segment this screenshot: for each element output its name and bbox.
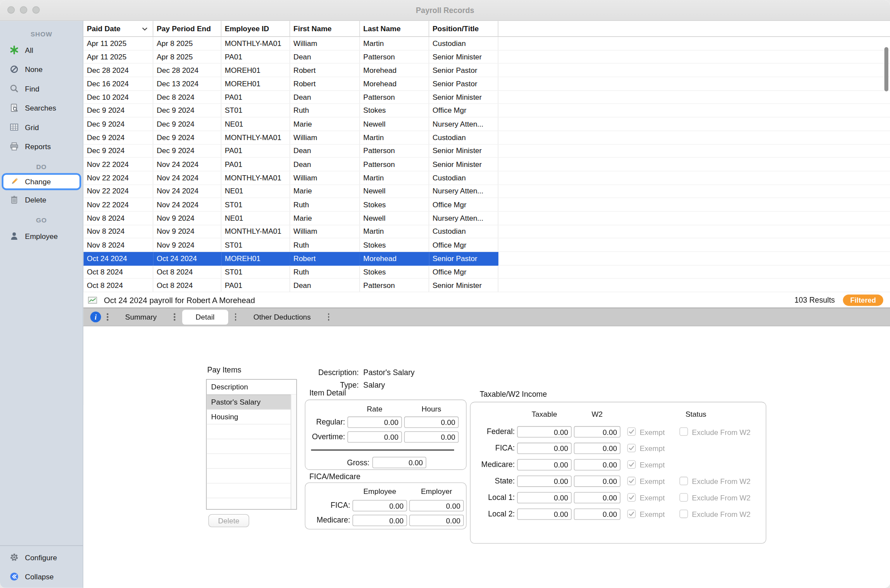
table-row[interactable]: Nov 22 2024Nov 24 2024PA01DeanPattersonS…: [83, 158, 890, 171]
local-2-exclude-from-w2-checkbox[interactable]: [680, 510, 688, 518]
state-taxable-input[interactable]: [517, 476, 572, 487]
table-cell: Dec 8 2024: [153, 91, 221, 104]
table-row[interactable]: Dec 9 2024Dec 9 2024MONTHLY-MA01WilliamM…: [83, 131, 890, 144]
zoom-button[interactable]: [33, 6, 40, 13]
table-cell: Martin: [360, 131, 429, 144]
pay-item-empty-row[interactable]: [206, 454, 296, 469]
medicare-w2-input[interactable]: [574, 459, 620, 470]
medicare-exempt-checkbox[interactable]: [627, 460, 636, 469]
drag-handle-icon[interactable]: [174, 314, 175, 320]
table-row[interactable]: Oct 24 2024Oct 24 2024MOREH01RobertMoreh…: [83, 252, 890, 265]
medicare-employer-input[interactable]: [409, 515, 464, 526]
table-row[interactable]: Dec 9 2024Dec 9 2024PA01DeanPattersonSen…: [83, 144, 890, 158]
medicare-tax-label: Medicare:: [471, 460, 515, 469]
table-row[interactable]: Nov 8 2024Nov 9 2024MONTHLY-MA01WilliamM…: [83, 225, 890, 238]
local-2-exempt-checkbox[interactable]: [627, 510, 636, 518]
local-1-exempt-checkbox[interactable]: [627, 493, 636, 502]
pay-item-empty-row[interactable]: [206, 439, 296, 454]
sidebar-item-configure[interactable]: Configure: [0, 548, 83, 567]
info-icon[interactable]: i: [90, 312, 101, 323]
table-cell: PA01: [221, 50, 290, 64]
local-2-taxable-input[interactable]: [517, 509, 572, 520]
drag-handle-icon[interactable]: [328, 314, 329, 320]
table-row[interactable]: Dec 16 2024Dec 13 2024MOREH01RobertMoreh…: [83, 77, 890, 91]
table-row[interactable]: Oct 8 2024Oct 8 2024PA01DeanPattersonSen…: [83, 279, 890, 292]
table-row[interactable]: Nov 22 2024Nov 24 2024MONTHLY-MA01Willia…: [83, 171, 890, 185]
pay-item-empty-row[interactable]: [206, 469, 296, 483]
sidebar-item-all[interactable]: All: [0, 40, 83, 59]
local-1-w2-input[interactable]: [574, 492, 620, 503]
table-row[interactable]: Oct 8 2024Oct 8 2024ST01RuthStokesOffice…: [83, 265, 890, 279]
drag-handle-icon[interactable]: [235, 314, 236, 320]
column-header-position-title[interactable]: Position/Title: [429, 21, 498, 36]
table-row[interactable]: Apr 11 2025Apr 8 2025PA01DeanPattersonSe…: [83, 50, 890, 64]
tab-other-deductions[interactable]: Other Deductions: [242, 308, 322, 326]
federal-taxable-input[interactable]: [517, 426, 572, 438]
sidebar-item-none[interactable]: None: [0, 59, 83, 78]
column-header-pay-period-end[interactable]: Pay Period End: [153, 21, 221, 36]
table-scrollbar[interactable]: [884, 47, 888, 91]
sidebar-item-reports[interactable]: Reports: [0, 137, 83, 156]
local-1-taxable-input[interactable]: [517, 492, 572, 503]
medicare-taxable-input[interactable]: [517, 459, 572, 470]
table-cell: MONTHLY-MA01: [221, 37, 290, 50]
medicare-employee-input[interactable]: [353, 515, 407, 526]
local-1-exclude-from-w2-checkbox[interactable]: [680, 493, 688, 502]
sidebar-item-change[interactable]: Change: [2, 173, 81, 190]
column-header-last-name[interactable]: Last Name: [360, 21, 429, 36]
item-detail-title: Item Detail: [309, 389, 346, 398]
table-cell: Patterson: [360, 91, 429, 104]
pay-items-scrollbar[interactable]: [291, 395, 296, 509]
state-exclude-from-w2-checkbox[interactable]: [680, 477, 688, 485]
sidebar-item-employee[interactable]: Employee: [0, 226, 83, 245]
close-button[interactable]: [7, 6, 15, 13]
table-row[interactable]: Dec 10 2024Dec 8 2024PA01DeanPattersonSe…: [83, 91, 890, 104]
table-row[interactable]: Dec 9 2024Dec 9 2024NE01MarieNewellNurse…: [83, 118, 890, 131]
regular-rate-input[interactable]: [347, 417, 402, 428]
drag-handle-icon[interactable]: [107, 314, 108, 320]
federal-w2-input[interactable]: [574, 426, 620, 438]
fica-w2-input[interactable]: [574, 443, 620, 454]
state-exempt-checkbox[interactable]: [627, 477, 636, 485]
sidebar-item-collapse[interactable]: Collapse: [0, 567, 83, 586]
tab-detail[interactable]: Detail: [182, 310, 228, 324]
table-row[interactable]: Dec 9 2024Dec 9 2024ST01RuthStokesOffice…: [83, 104, 890, 118]
column-header-employee-id[interactable]: Employee ID: [221, 21, 290, 36]
sidebar-item-grid[interactable]: Grid: [0, 118, 83, 137]
sidebar-item-delete[interactable]: Delete: [0, 190, 83, 209]
sidebar-item-searches[interactable]: Searches: [0, 98, 83, 117]
federal-exclude-from-w2-checkbox[interactable]: [680, 427, 688, 436]
table-cell: Nov 22 2024: [83, 171, 153, 185]
table-row[interactable]: Nov 22 2024Nov 24 2024ST01RuthStokesOffi…: [83, 198, 890, 212]
column-header-paid-date[interactable]: Paid Date: [83, 21, 153, 36]
minimize-button[interactable]: [20, 6, 27, 13]
overtime-hours-input[interactable]: [404, 431, 459, 443]
table-row[interactable]: Dec 28 2024Dec 28 2024MOREH01RobertMoreh…: [83, 64, 890, 77]
pay-item-empty-row[interactable]: [206, 483, 296, 498]
federal-exempt-checkbox[interactable]: [627, 427, 636, 436]
fica-employer-input[interactable]: [409, 500, 464, 511]
fica-taxable-input[interactable]: [517, 443, 572, 454]
pay-item-empty-row[interactable]: [206, 498, 296, 510]
regular-hours-input[interactable]: [404, 417, 459, 428]
fica-employee-input[interactable]: [353, 500, 407, 511]
column-header-first-name[interactable]: First Name: [290, 21, 360, 36]
pay-item-housing[interactable]: Housing: [206, 410, 296, 425]
table-row[interactable]: Nov 8 2024Nov 9 2024ST01RuthStokesOffice…: [83, 238, 890, 252]
state-w2-input[interactable]: [574, 476, 620, 487]
local-2-w2-input[interactable]: [574, 509, 620, 520]
sidebar-item-find[interactable]: Find: [0, 79, 83, 98]
table-cell: Newell: [360, 118, 429, 131]
tab-summary[interactable]: Summary: [114, 308, 168, 326]
pay-item-empty-row[interactable]: [206, 425, 296, 439]
table-row[interactable]: Nov 8 2024Nov 9 2024NE01MarieNewellNurse…: [83, 212, 890, 225]
fica-exempt-checkbox[interactable]: [627, 444, 636, 452]
table-row[interactable]: Nov 22 2024Nov 24 2024NE01MarieNewellNur…: [83, 185, 890, 198]
table-cell: Apr 11 2025: [83, 37, 153, 50]
pay-item-pastor-s-salary[interactable]: Pastor's Salary: [206, 395, 296, 410]
gross-input[interactable]: [373, 457, 426, 468]
filtered-badge[interactable]: Filtered: [843, 294, 883, 306]
pay-item-delete-button[interactable]: Delete: [208, 514, 249, 527]
table-row[interactable]: Apr 11 2025Apr 8 2025MONTHLY-MA01William…: [83, 37, 890, 50]
overtime-rate-input[interactable]: [347, 431, 402, 443]
